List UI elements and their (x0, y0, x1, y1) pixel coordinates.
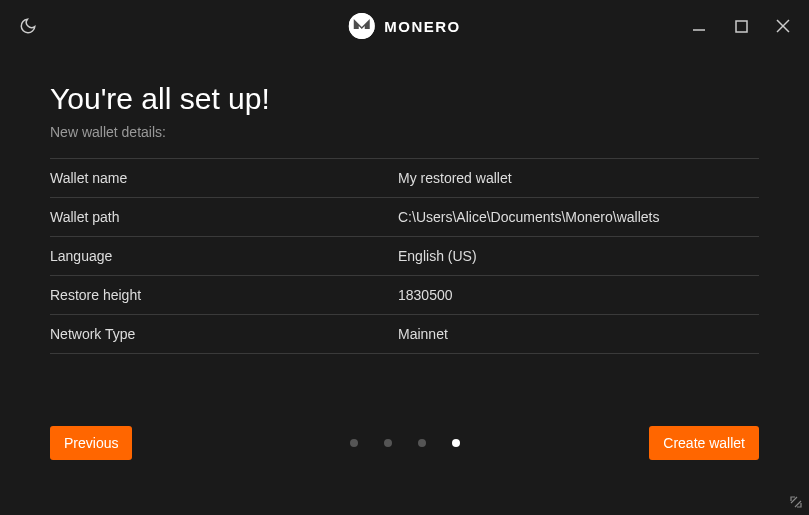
close-icon (776, 19, 790, 33)
resize-icon (789, 495, 803, 509)
previous-button[interactable]: Previous (50, 426, 132, 460)
detail-value: C:\Users\Alice\Documents\Monero\wallets (398, 209, 759, 225)
maximize-icon (735, 20, 748, 33)
pagination-dot[interactable] (418, 439, 426, 447)
detail-label: Wallet path (50, 209, 398, 225)
detail-label: Language (50, 248, 398, 264)
moon-icon (19, 17, 37, 35)
detail-label: Wallet name (50, 170, 398, 186)
detail-row-network-type: Network Type Mainnet (50, 315, 759, 354)
pagination-dot[interactable] (350, 439, 358, 447)
pagination-dot[interactable] (384, 439, 392, 447)
detail-value: 1830500 (398, 287, 759, 303)
wallet-details-table: Wallet name My restored wallet Wallet pa… (50, 158, 759, 354)
detail-label: Restore height (50, 287, 398, 303)
detail-value: English (US) (398, 248, 759, 264)
detail-value: My restored wallet (398, 170, 759, 186)
main-content: You're all set up! New wallet details: W… (0, 52, 809, 354)
page-heading: You're all set up! (50, 82, 759, 116)
minimize-button[interactable] (691, 18, 707, 34)
footer: Previous Create wallet (50, 426, 759, 460)
svg-point-0 (348, 13, 374, 39)
create-wallet-button[interactable]: Create wallet (649, 426, 759, 460)
pagination-dots (350, 439, 460, 447)
minimize-icon (692, 19, 706, 33)
detail-row-wallet-path: Wallet path C:\Users\Alice\Documents\Mon… (50, 198, 759, 237)
detail-row-language: Language English (US) (50, 237, 759, 276)
detail-row-wallet-name: Wallet name My restored wallet (50, 158, 759, 198)
detail-label: Network Type (50, 326, 398, 342)
app-title: MONERO (384, 18, 461, 35)
window-controls (691, 18, 791, 34)
svg-rect-2 (736, 21, 747, 32)
titlebar: MONERO (0, 0, 809, 52)
pagination-dot-active[interactable] (452, 439, 460, 447)
detail-value: Mainnet (398, 326, 759, 342)
theme-toggle-button[interactable] (18, 16, 38, 36)
monero-logo-icon (348, 13, 374, 39)
maximize-button[interactable] (733, 18, 749, 34)
close-button[interactable] (775, 18, 791, 34)
resize-handle[interactable] (789, 495, 803, 509)
titlebar-title-group: MONERO (348, 13, 461, 39)
page-subheading: New wallet details: (50, 124, 759, 140)
detail-row-restore-height: Restore height 1830500 (50, 276, 759, 315)
